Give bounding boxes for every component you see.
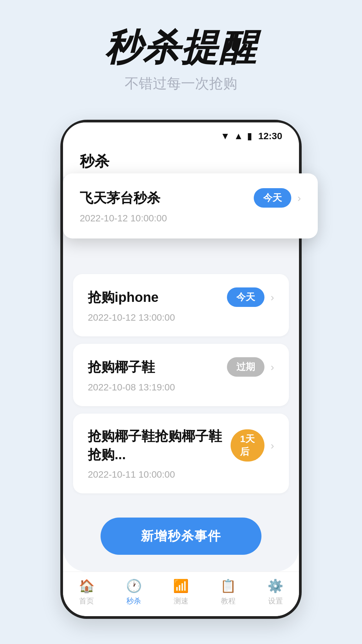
flashsale-icon: 🕐 bbox=[126, 579, 142, 593]
status-time: 12:30 bbox=[258, 131, 282, 142]
phone-mockup: ▼ ▲ ▮ 12:30 秒杀 飞天茅台秒杀 今天 › 2022-10-12 10… bbox=[60, 120, 302, 619]
chevron-icon-4: › bbox=[270, 439, 274, 452]
badge-area-4: 1天后 › bbox=[231, 429, 274, 462]
flash-sale-card-4[interactable]: 抢购椰子鞋抢购椰子鞋抢购... 1天后 › 2022-10-11 10:00:0… bbox=[73, 414, 289, 493]
chevron-icon-3: › bbox=[270, 361, 274, 373]
flash-sale-card-3[interactable]: 抢购椰子鞋 过期 › 2022-10-08 13:19:00 bbox=[73, 344, 289, 406]
page-subtitle: 不错过每一次抢购 bbox=[125, 74, 237, 93]
bottom-nav: 🏠 首页 🕐 秒杀 📶 测速 📋 教程 ⚙️ 设置 bbox=[63, 572, 299, 616]
nav-item-flashsale[interactable]: 🕐 秒杀 bbox=[110, 579, 158, 606]
phone-nav-bar: 秒杀 bbox=[63, 145, 299, 177]
nav-label-home: 首页 bbox=[79, 596, 94, 606]
card-area: 飞天茅台秒杀 今天 › 2022-10-12 10:00:00 抢购iphone… bbox=[73, 180, 289, 493]
flash-sale-card-2[interactable]: 抢购iphone 今天 › 2022-10-12 13:00:00 bbox=[73, 274, 289, 336]
nav-item-home[interactable]: 🏠 首页 bbox=[63, 579, 110, 606]
flash-sale-date-2: 2022-10-12 13:00:00 bbox=[88, 312, 274, 323]
nav-label-tutorial: 教程 bbox=[221, 596, 236, 606]
phone-content: 飞天茅台秒杀 今天 › 2022-10-12 10:00:00 抢购iphone… bbox=[63, 177, 299, 572]
home-icon: 🏠 bbox=[79, 579, 95, 593]
badge-expired-3: 过期 bbox=[227, 357, 264, 377]
phone-nav-title: 秒杀 bbox=[80, 153, 109, 169]
badge-area-3: 过期 › bbox=[227, 357, 274, 377]
flash-sale-date-3: 2022-10-08 13:19:00 bbox=[88, 382, 274, 393]
flash-sale-date-1: 2022-10-12 10:00:00 bbox=[80, 213, 301, 224]
flash-sale-title-4: 抢购椰子鞋抢购椰子鞋抢购... bbox=[88, 427, 231, 464]
flash-sale-title-2: 抢购iphone bbox=[88, 288, 159, 307]
badge-area-2: 今天 › bbox=[227, 287, 274, 307]
tutorial-icon: 📋 bbox=[220, 579, 236, 593]
chevron-icon-2: › bbox=[270, 291, 274, 304]
settings-icon: ⚙️ bbox=[267, 579, 283, 593]
flash-sale-title-1: 飞天茅台秒杀 bbox=[80, 189, 160, 207]
nav-label-settings: 设置 bbox=[268, 596, 283, 606]
nav-label-flashsale: 秒杀 bbox=[126, 596, 141, 606]
speed-icon: 📶 bbox=[173, 579, 189, 593]
add-event-button[interactable]: 新增秒杀事件 bbox=[101, 518, 261, 555]
nav-item-tutorial[interactable]: 📋 教程 bbox=[204, 579, 252, 606]
page-title: 秒杀提醒 bbox=[105, 27, 257, 67]
flash-sale-title-3: 抢购椰子鞋 bbox=[88, 358, 155, 376]
add-button-wrap: 新增秒杀事件 bbox=[73, 501, 289, 565]
battery-icon: ▮ bbox=[247, 130, 252, 142]
flash-sale-card-floating[interactable]: 飞天茅台秒杀 今天 › 2022-10-12 10:00:00 bbox=[63, 173, 318, 238]
status-bar: ▼ ▲ ▮ 12:30 bbox=[63, 122, 299, 145]
flash-sale-date-4: 2022-10-11 10:00:00 bbox=[88, 469, 274, 480]
nav-item-speed[interactable]: 📶 测速 bbox=[158, 579, 205, 606]
badge-area-1: 今天 › bbox=[254, 188, 301, 208]
nav-label-speed: 测速 bbox=[174, 596, 188, 606]
signal-icon: ▲ bbox=[234, 131, 243, 142]
wifi-icon: ▼ bbox=[221, 131, 230, 142]
header: 秒杀提醒 不错过每一次抢购 bbox=[0, 0, 362, 106]
chevron-icon-1: › bbox=[297, 192, 301, 204]
badge-tomorrow-4: 1天后 bbox=[231, 429, 264, 462]
nav-item-settings[interactable]: ⚙️ 设置 bbox=[252, 579, 299, 606]
badge-today-1: 今天 bbox=[254, 188, 291, 208]
badge-today-2: 今天 bbox=[227, 287, 264, 307]
